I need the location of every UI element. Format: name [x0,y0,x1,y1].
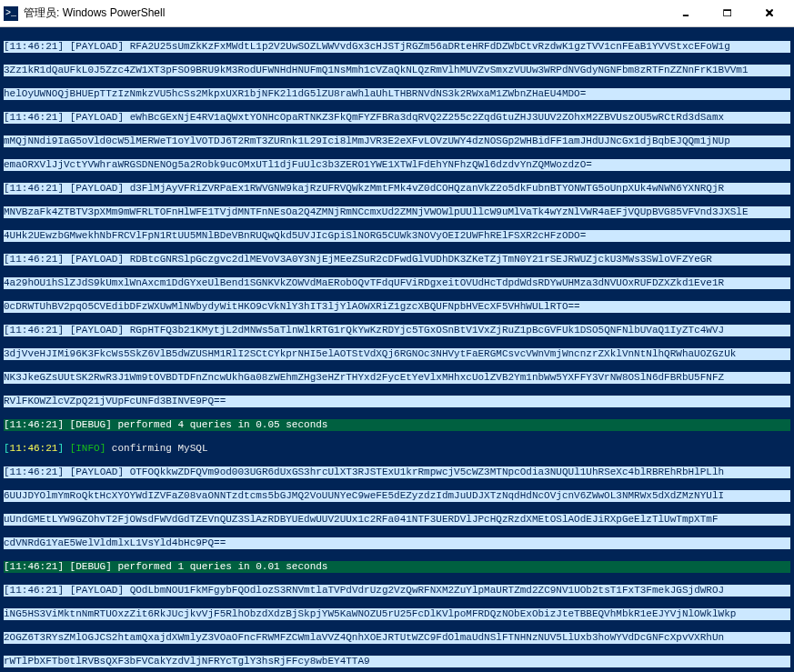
minimize-button[interactable]: 🗕 [665,0,707,27]
output-line: emaORXVlJjVctYVWhraWRGSDNENOg5a2Robk9ucO… [4,159,790,171]
output-line: [11:46:21] [PAYLOAD] RGpHTFQ3b21KMytjL2d… [4,325,790,336]
output-line: rWTlPbXFTb0tlRVBsQXF3bFVCakYzdVljNFRYcTg… [4,656,790,667]
output-line: mMQjNNdi9IaG5oVld0cW5lMERWeT1oYlVOTDJ6T2… [4,135,790,147]
output-line: [11:46:21] [PAYLOAD] OTFOQkkwZDFQVm9od00… [4,466,790,478]
output-line: NK3JkeGZsUUtSK2RwR3J1Wm9tOVBDTDFnZncwUkh… [4,372,790,384]
output-line: [11:46:21] [PAYLOAD] QOdLbmNOU1FkMFgybFQ… [4,585,790,597]
info-line: [11:46:21] [INFO] confirming MySQL [4,443,790,455]
maximize-button[interactable]: 🗖 [707,0,749,27]
output-line: [11:46:21] [PAYLOAD] RDBtcGNRSlpGczgvc2d… [4,254,790,266]
terminal-output[interactable]: [11:46:21] [PAYLOAD] RFA2U25sUmZkKzFxMWd… [0,27,794,672]
output-line: 3djVveHJIMi96K3FkcWs5SkZ6VlB5dWZUSHM1RlI… [4,348,790,360]
output-line: 3Zz1kR1dQaUFkL0J5Zzc4ZW1XT3pFSO9BRU9kM3R… [4,65,790,76]
output-line: 2OGZ6T3RYsZMlOGJCS2htamQxajdXWmlyZ3VOaOF… [4,632,790,644]
output-line: uUndGMEtLYW9GZOhvT2FjOWsdFWVdGdTZEVnQUZ3… [4,514,790,526]
window-title: 管理员: Windows PowerShell [24,5,665,21]
titlebar: >_ 管理员: Windows PowerShell 🗕 🗖 🗙 [0,0,794,27]
output-line: helOyUWNOQjBHUEpTTzIzNmkzVU5hcSs2MkpxUXR… [4,88,790,100]
debug-line: [11:46:21] [DEBUG] performed 4 queries i… [4,419,790,431]
output-line: 4UHk2UEwzbGMwekhNbFRCVlFpN1RtUU5MNlBDeVB… [4,230,790,242]
output-line: iNG5HS3ViMktnNmRTUOxzZit6RkJUcjkvVjF5Rlh… [4,608,790,620]
output-line: RVlFKOWZlcVZpQ21jVUpFcUNFd3BINVE9PQ== [4,396,790,407]
output-line: [11:46:21] [PAYLOAD] RFA2U25sUmZkKzFxMWd… [4,41,790,53]
debug-line: [11:46:21] [DEBUG] performed 1 queries i… [4,561,790,573]
output-line: 4a29hOU1hSlZJdS9kUmxlWnAxcm1DdGYxeUlBend… [4,277,790,289]
output-line: MNVBzaFk4ZTBTV3pXMm9mWFRLTOFnHlWFE1TVjdM… [4,206,790,218]
window-controls: 🗕 🗖 🗙 [665,0,790,27]
output-line: 0cDRWTUhBV2pqO5CVEdibDFzWXUwMlNWbydyWitH… [4,301,790,313]
output-line: cdVNRdG1YaE5WelVldmlxL1VsYld4bHc9PQ== [4,537,790,549]
output-line: [11:46:21] [PAYLOAD] eWhBcGExNjE4RV1aQWx… [4,112,790,124]
output-line: 6UUJDYOlmYmRoQktHcXYOYWdIZVFaZ08vaONNTzd… [4,490,790,502]
powershell-icon: >_ [4,6,18,21]
output-line: [11:46:21] [PAYLOAD] d3FlMjAyVFRiZVRPaEx… [4,183,790,195]
close-button[interactable]: 🗙 [749,0,790,27]
